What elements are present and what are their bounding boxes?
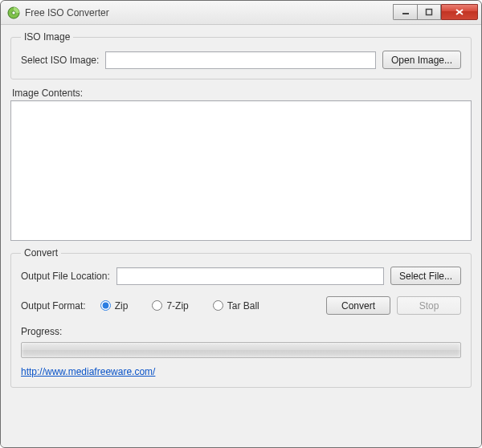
select-iso-label: Select ISO Image: [21, 55, 99, 66]
app-icon [7, 6, 20, 19]
format-zip-radio[interactable] [100, 300, 111, 311]
svg-point-1 [12, 10, 15, 14]
output-location-input[interactable] [116, 267, 384, 285]
maximize-icon [425, 8, 433, 16]
app-window: Free ISO Converter ISO Image Select ISO … [0, 0, 482, 448]
format-tarball-radio[interactable] [213, 300, 223, 311]
vendor-link[interactable]: http://www.mediafreeware.com/ [21, 366, 155, 377]
iso-path-input[interactable] [105, 51, 376, 69]
convert-group: Convert Output File Location: Select Fil… [10, 247, 472, 388]
format-zip[interactable]: Zip [100, 300, 129, 312]
output-location-label: Output File Location: [21, 271, 110, 282]
close-button[interactable] [441, 4, 478, 20]
svg-rect-2 [402, 13, 409, 14]
window-controls [393, 5, 478, 20]
progress-label: Progress: [21, 326, 461, 337]
convert-button[interactable]: Convert [326, 296, 390, 315]
svg-rect-3 [427, 10, 432, 15]
open-image-button[interactable]: Open Image... [382, 51, 461, 69]
stop-button[interactable]: Stop [397, 296, 461, 315]
format-tarball[interactable]: Tar Ball [213, 300, 259, 312]
output-format-label: Output Format: [21, 300, 86, 312]
close-icon [455, 8, 464, 16]
format-7zip-radio[interactable] [152, 300, 162, 311]
iso-legend: ISO Image [21, 31, 73, 43]
minimize-icon [402, 8, 410, 16]
minimize-button[interactable] [393, 4, 417, 20]
image-contents-label: Image Contents: [12, 88, 472, 99]
progress-bar [21, 342, 461, 358]
titlebar: Free ISO Converter [1, 1, 481, 25]
maximize-button[interactable] [417, 4, 441, 20]
client-area: ISO Image Select ISO Image: Open Image..… [1, 25, 481, 447]
format-7zip[interactable]: 7-Zip [152, 300, 188, 312]
image-contents-list[interactable] [10, 100, 472, 241]
window-title: Free ISO Converter [25, 7, 109, 18]
image-contents-section: Image Contents: [10, 86, 472, 241]
format-zip-label: Zip [115, 300, 129, 312]
output-format-radios: Zip 7-Zip Tar Ball [100, 300, 259, 312]
convert-legend: Convert [21, 247, 61, 259]
select-file-button[interactable]: Select File... [390, 267, 461, 285]
iso-image-group: ISO Image Select ISO Image: Open Image..… [10, 31, 472, 79]
format-tarball-label: Tar Ball [227, 300, 259, 312]
format-7zip-label: 7-Zip [166, 300, 188, 312]
